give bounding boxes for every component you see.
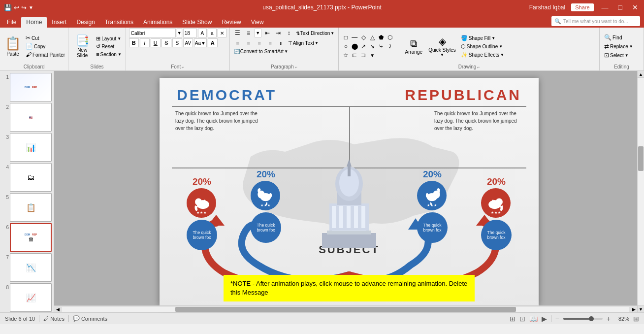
col-button[interactable]: ⫾ (276, 38, 286, 47)
char-spacing-button[interactable]: AV (183, 38, 193, 47)
shape-fill-button[interactable]: 🪣 Shape Fill ▼ (460, 34, 505, 42)
scroll-thumb[interactable] (638, 146, 644, 171)
shape-effects-button[interactable]: ✨ Shape Effects ▼ (460, 51, 505, 59)
font-family-input[interactable] (129, 29, 176, 37)
zoom-level[interactable]: 82% (614, 316, 629, 322)
scroll-right-btn[interactable]: ▶ (630, 306, 637, 313)
shape-10[interactable]: ↘ (368, 42, 376, 50)
select-button[interactable]: ⊡ Select ▼ (603, 51, 641, 59)
shape-12[interactable]: ⤸ (386, 42, 394, 50)
new-slide-button[interactable]: 📑 New Slide (71, 29, 93, 64)
shape-1[interactable]: □ (342, 33, 350, 41)
slide-thumb-4[interactable]: 4 🗂 (2, 163, 52, 192)
slide-thumb-8[interactable]: 8 📈 (2, 283, 52, 312)
quick-styles-button[interactable]: ◈ Quick Styles ▼ (426, 34, 458, 58)
cut-button[interactable]: ✂ Cut (25, 34, 66, 42)
shape-gallery-scroll[interactable]: ▼ (368, 51, 376, 59)
tab-file[interactable]: File (2, 17, 21, 28)
underline-button[interactable]: U (151, 38, 161, 47)
tab-home[interactable]: Home (21, 17, 47, 28)
share-button[interactable]: Share (571, 3, 593, 11)
search-bar[interactable]: 🔍 Tell me what you want to do... (551, 16, 640, 26)
font-color-button[interactable]: A (208, 38, 218, 47)
shape-14[interactable]: ⊏ (351, 51, 358, 59)
copy-button[interactable]: 📄 Copy (25, 42, 66, 50)
shadow-button[interactable]: S (172, 38, 182, 47)
font-size-increase[interactable]: A (198, 29, 207, 37)
align-left[interactable]: ≡ (233, 38, 243, 47)
replace-button[interactable]: ⇄ Replace ▼ (603, 42, 641, 50)
align-right[interactable]: ≡ (255, 38, 264, 47)
find-button[interactable]: 🔍 Find (603, 33, 641, 41)
view-reading-btn[interactable]: 📖 (529, 315, 538, 323)
layout-button[interactable]: ⊞ Layout ▼ (95, 35, 123, 42)
undo-icon[interactable]: ↩ (14, 4, 19, 11)
fit-slide-btn[interactable]: ⊞ (633, 315, 639, 323)
indent-decrease[interactable]: ⇤ (262, 29, 272, 37)
list-dropdown[interactable]: ▼ (255, 29, 261, 37)
shape-9[interactable]: ↗ (359, 42, 367, 50)
italic-button[interactable]: I (140, 38, 150, 47)
h-scroll-thumb[interactable] (175, 307, 515, 312)
text-direction-button[interactable]: ⇅ Text Direction ▼ (295, 30, 336, 36)
section-button[interactable]: ≡ Section ▼ (95, 51, 123, 58)
shape-2[interactable]: — (351, 33, 358, 41)
tab-transitions[interactable]: Transitions (100, 17, 138, 28)
qat-customize-icon[interactable]: ▼ (29, 5, 33, 10)
tab-view[interactable]: View (246, 17, 269, 28)
tab-slideshow[interactable]: Slide Show (177, 17, 217, 28)
shape-8[interactable]: ⬤ (351, 42, 358, 50)
shape-13[interactable]: ☆ (342, 51, 350, 59)
shape-4[interactable]: △ (368, 33, 376, 41)
zoom-out-btn[interactable]: − (555, 315, 559, 323)
scroll-left-btn[interactable]: ◀ (54, 306, 61, 313)
bullets-button[interactable]: ☰ (233, 29, 243, 37)
reset-button[interactable]: ↺ Reset (95, 43, 123, 50)
strikethrough-button[interactable]: S (161, 38, 171, 47)
tab-review[interactable]: Review (217, 17, 246, 28)
slide-thumb-6[interactable]: 6 DEM REP 🏛 (2, 223, 52, 252)
scroll-down-btn[interactable]: ▼ (638, 305, 644, 312)
shape-7[interactable]: ○ (342, 42, 350, 50)
slide-thumb-7[interactable]: 7 📉 (2, 253, 52, 282)
arrange-button[interactable]: ⧉ Arrange (403, 37, 424, 56)
view-normal-btn[interactable]: ⊞ (510, 315, 515, 323)
col-gap-button[interactable]: ↕ (284, 29, 294, 37)
justify-button[interactable]: ≡ (265, 38, 275, 47)
slide-thumb-2[interactable]: 2 🇺🇸 (2, 103, 52, 132)
tab-design[interactable]: Design (71, 17, 99, 28)
zoom-in-btn[interactable]: + (607, 315, 611, 323)
drawing-expand-icon[interactable]: ⌐ (477, 65, 480, 69)
font-case-button[interactable]: Aa▼ (194, 38, 207, 47)
shape-3[interactable]: ◇ (359, 33, 367, 41)
tab-insert[interactable]: Insert (47, 17, 71, 28)
bold-button[interactable]: B (129, 38, 139, 47)
font-expand-icon[interactable]: ⌐ (182, 65, 184, 69)
zoom-handle[interactable] (589, 316, 594, 321)
font-family-dropdown[interactable]: ▼ (177, 29, 182, 37)
format-painter-button[interactable]: 🖌 Format Painter (25, 51, 66, 59)
shape-5[interactable]: ⬟ (377, 33, 385, 41)
indent-increase[interactable]: ⇥ (273, 29, 283, 37)
scroll-up-btn[interactable]: ▲ (638, 71, 644, 78)
shape-outline-button[interactable]: ⬡ Shape Outline ▼ (460, 43, 505, 50)
font-size-input[interactable] (183, 29, 197, 37)
font-size-decrease[interactable]: a (208, 29, 217, 37)
shape-6[interactable]: ⬡ (386, 33, 394, 41)
clear-format-button[interactable]: ✕ (218, 29, 226, 37)
numbering-button[interactable]: ≡ (244, 29, 254, 37)
align-center[interactable]: ≡ (244, 38, 254, 47)
tab-animations[interactable]: Animations (138, 17, 177, 28)
maximize-button[interactable]: □ (616, 3, 624, 11)
redo-icon[interactable]: ↪ (21, 4, 27, 11)
save-icon[interactable]: 💾 (4, 4, 12, 11)
view-slide-sorter-btn[interactable]: ⊡ (519, 315, 525, 323)
slide-thumb-1[interactable]: 1 DEM REP (2, 73, 52, 101)
minimize-button[interactable]: — (600, 3, 611, 11)
paste-button[interactable]: 📋 Paste (2, 29, 24, 64)
align-text-button[interactable]: ⊤ Align Text ▼ (287, 40, 320, 46)
view-presentation-btn[interactable]: ▶ (542, 315, 547, 323)
zoom-slider[interactable] (563, 318, 603, 320)
convert-smartart-button[interactable]: 🔄 Convert to SmartArt ▼ (233, 48, 289, 55)
slide-thumb-3[interactable]: 3 📊 (2, 133, 52, 162)
